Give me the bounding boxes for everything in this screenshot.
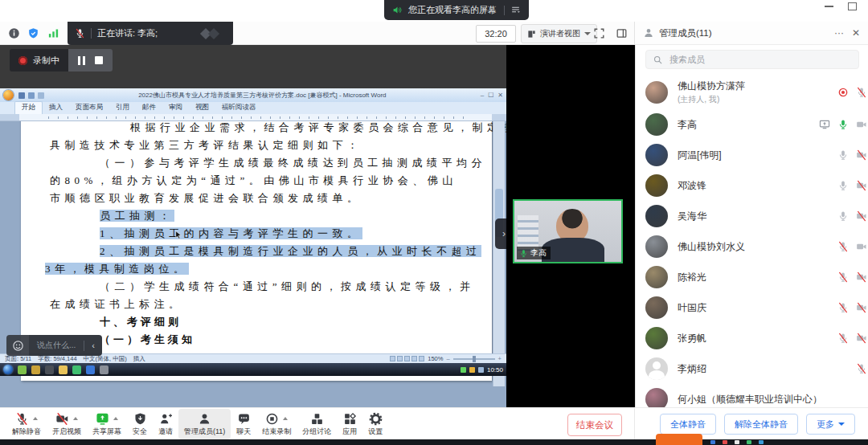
mic-muted-icon[interactable] xyxy=(837,241,849,252)
chat-input-placeholder[interactable]: 说点什么... xyxy=(29,340,84,351)
toolbar-mic-muted-dark-button[interactable]: 解除静音 xyxy=(6,409,47,439)
taskbar-app-icon[interactable] xyxy=(31,365,40,374)
view-mode-icons[interactable] xyxy=(390,356,424,361)
member-row[interactable]: 佛山模协刘水义 xyxy=(636,231,868,262)
mic-muted-icon[interactable] xyxy=(837,271,849,283)
ribbon-tab-引用[interactable]: 引用 xyxy=(109,102,136,114)
camera-muted-icon[interactable] xyxy=(856,149,867,161)
mic-idle-icon[interactable] xyxy=(837,149,849,161)
toolbar-stop-record-button[interactable]: 结束录制 xyxy=(256,409,297,439)
tray-icon[interactable] xyxy=(461,367,466,373)
chevron-up-icon[interactable] xyxy=(283,417,288,420)
member-row[interactable]: 何小姐（顺德耀丰职业培训中心） xyxy=(636,384,868,407)
screen-share-icon[interactable] xyxy=(819,119,830,130)
zoom-out-button[interactable]: – xyxy=(446,355,449,362)
document-area[interactable]: 根据行业企业需求，结合考评专家委员会综合意见，制定模具制造技术专业第三方考评结果… xyxy=(0,121,506,442)
member-row[interactable]: 佛山模协方潇萍(主持人, 我) xyxy=(636,76,868,109)
mic-muted-icon[interactable] xyxy=(837,333,849,344)
mic-idle-icon[interactable] xyxy=(837,180,849,191)
chevron-up-icon[interactable] xyxy=(113,417,118,420)
maximize-button[interactable] xyxy=(848,2,857,10)
toolbar-camera-muted-dark-button[interactable]: 开启视频 xyxy=(47,409,87,439)
taskbar-app-icon[interactable] xyxy=(59,365,68,374)
mic-idle-icon[interactable] xyxy=(837,210,849,222)
ribbon-tab-邮件[interactable]: 邮件 xyxy=(136,102,162,114)
start-button[interactable] xyxy=(3,365,13,374)
shield-icon[interactable] xyxy=(27,27,39,39)
ribbon-tab-页面布局[interactable]: 页面布局 xyxy=(69,102,109,114)
toolbar-screen-share-green-button[interactable]: 共享屏幕 xyxy=(87,409,127,439)
office-button[interactable] xyxy=(3,90,14,100)
ribbon-tab-福昕阅读器[interactable]: 福昕阅读器 xyxy=(215,102,263,114)
mic-muted-icon[interactable] xyxy=(856,87,867,98)
vertical-scrollbar[interactable] xyxy=(493,121,505,386)
toolbar-members-button[interactable]: 管理成员(11) xyxy=(178,409,231,439)
taskbar-app-icon[interactable] xyxy=(723,440,727,444)
mic-muted-icon[interactable] xyxy=(856,363,867,374)
stop-recording-button[interactable] xyxy=(95,56,103,64)
taskbar-app-icon[interactable] xyxy=(759,440,764,444)
member-row[interactable]: 吴海华 xyxy=(636,201,868,231)
camera-muted-icon[interactable] xyxy=(856,210,867,222)
taskbar-app-icon[interactable] xyxy=(710,440,715,444)
minimize-button[interactable] xyxy=(825,6,833,7)
tray-icon[interactable] xyxy=(478,367,484,373)
speaker-video-thumbnail[interactable]: 李高 xyxy=(513,199,623,263)
camera-muted-icon[interactable] xyxy=(856,333,867,344)
toolbar-shield-dark-button[interactable]: 安全 xyxy=(127,409,153,439)
unmute-all-button[interactable]: 解除全体静音 xyxy=(724,414,798,435)
fullscreen-button[interactable] xyxy=(590,25,608,41)
mute-all-button[interactable]: 全体静音 xyxy=(660,414,716,435)
search-input[interactable] xyxy=(668,54,832,65)
camera-on-icon[interactable] xyxy=(856,119,867,130)
watching-banner[interactable]: 您正在观看李高的屏幕 xyxy=(384,0,529,20)
taskbar-app-icon[interactable] xyxy=(18,365,27,374)
toolbar-invite-button[interactable]: 邀请 xyxy=(153,409,178,439)
member-row[interactable]: 叶国庆 xyxy=(636,292,868,323)
member-search[interactable] xyxy=(645,50,859,69)
member-row[interactable]: 张勇帆 xyxy=(636,323,868,353)
ribbon-tab-插入[interactable]: 插入 xyxy=(43,102,69,114)
collapse-chat-button[interactable]: ‹ xyxy=(84,341,102,350)
taskbar-app-icon[interactable] xyxy=(72,365,81,374)
member-row[interactable]: 李高 xyxy=(636,109,868,140)
taskbar-app-icon[interactable] xyxy=(45,365,54,374)
taskbar-app-icon[interactable] xyxy=(86,365,95,374)
more-options-button[interactable]: ··· xyxy=(834,27,844,39)
taskbar-orange-app-icon[interactable] xyxy=(656,434,702,445)
end-meeting-button[interactable]: 结束会议 xyxy=(567,414,622,436)
camera-muted-icon[interactable] xyxy=(856,180,867,191)
zoom-in-button[interactable]: + xyxy=(498,355,502,362)
member-row[interactable]: 邓波锋 xyxy=(636,170,868,201)
chevron-up-icon[interactable] xyxy=(73,417,78,420)
emoji-button[interactable] xyxy=(6,335,29,356)
chat-quick-bar[interactable]: 说点什么... ‹ xyxy=(6,335,102,356)
zoom-slider[interactable] xyxy=(453,358,495,360)
member-row[interactable]: 阿温[伟明] xyxy=(636,140,868,170)
camera-muted-icon[interactable] xyxy=(856,271,867,283)
taskbar-app-icon[interactable] xyxy=(735,440,739,444)
mic-muted-icon[interactable] xyxy=(837,302,849,313)
taskbar-app-icon[interactable] xyxy=(100,365,108,374)
toolbar-chat-button[interactable]: 聊天 xyxy=(231,409,256,439)
toolbar-breakout-button[interactable]: 分组讨论 xyxy=(297,409,337,439)
mic-on-icon[interactable] xyxy=(837,119,849,130)
word-window-controls[interactable]: –☐✕ xyxy=(481,92,503,99)
signal-icon[interactable] xyxy=(47,27,59,39)
member-row[interactable]: 陈裕光 xyxy=(636,262,868,292)
info-icon[interactable] xyxy=(8,27,20,39)
record-dot-icon[interactable] xyxy=(837,87,849,98)
taskbar-app-icon[interactable] xyxy=(747,440,751,444)
quick-access-toolbar[interactable] xyxy=(18,92,44,99)
tray-icon[interactable] xyxy=(469,367,475,373)
camera-muted-icon[interactable] xyxy=(856,302,867,313)
more-button[interactable]: 更多 xyxy=(806,414,855,435)
side-panel-button[interactable] xyxy=(612,25,630,41)
toolbar-settings-button[interactable]: 设置 xyxy=(362,409,388,439)
member-row[interactable]: 李炳绍 xyxy=(636,353,868,384)
view-mode-button[interactable]: 演讲者视图 xyxy=(521,24,597,43)
ribbon-tab-视图[interactable]: 视图 xyxy=(189,102,215,114)
pause-recording-button[interactable] xyxy=(78,56,85,65)
toolbar-apps-button[interactable]: 应用 xyxy=(337,409,362,439)
list-menu-icon[interactable] xyxy=(510,5,521,15)
